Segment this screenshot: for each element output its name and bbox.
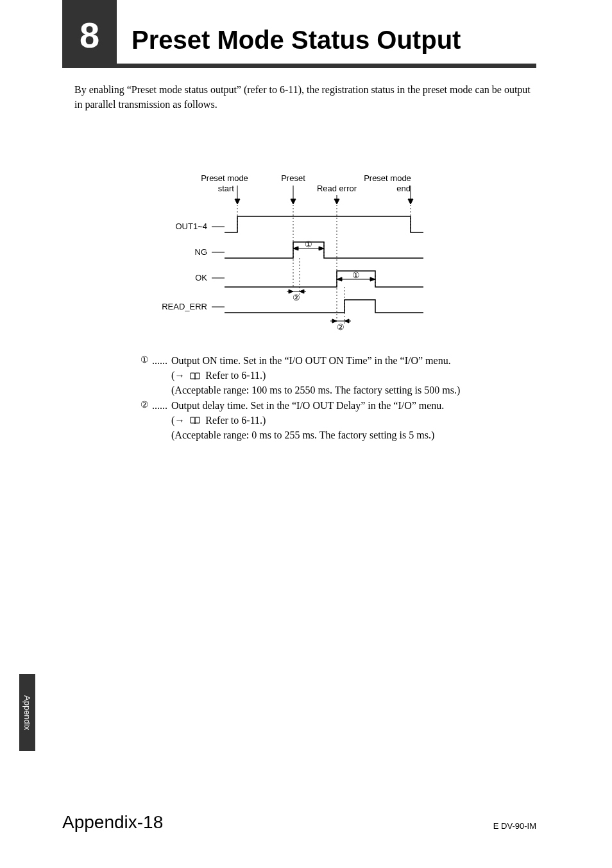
signal-read-err: READ_ERR <box>162 302 207 311</box>
svg-marker-1 <box>235 199 240 204</box>
note2-arrow: → <box>174 415 185 426</box>
note2-range: (Acceptable range: 0 ms to 255 ms. The f… <box>140 428 500 442</box>
marker-one-ng: ① <box>305 239 312 249</box>
note2-line1: Output delay time. Set in the “I/O OUT D… <box>171 398 500 413</box>
note1-refer-text: Refer to 6-11.) <box>205 370 266 381</box>
signal-out14: OUT1~4 <box>176 221 208 231</box>
note-marker-2: ② <box>140 398 152 413</box>
label-preset-mode-end-1: Preset mode <box>364 173 411 183</box>
marker-two-readerr: ② <box>337 322 344 332</box>
marker-one-ok: ① <box>352 270 360 280</box>
footer-page-label: Appendix-18 <box>62 812 163 833</box>
svg-marker-31 <box>344 319 349 323</box>
page-title: Preset Mode Status Output <box>132 26 461 55</box>
note2-refer-text: Refer to 6-11.) <box>205 415 266 426</box>
title-underline <box>62 64 536 68</box>
intro-paragraph: By enabling “Preset mode status output” … <box>74 82 536 112</box>
notes-block: ① ...... Output ON time. Set in the “I/O… <box>140 353 500 442</box>
note-dots-1: ...... <box>152 353 171 368</box>
svg-marker-22 <box>319 247 324 250</box>
label-preset-mode-start-1: Preset mode <box>201 173 248 183</box>
side-tab-appendix: Appendix <box>19 674 35 751</box>
document-page: 8 Preset Mode Status Output By enabling … <box>0 0 612 868</box>
marker-two-ng: ② <box>293 293 300 302</box>
svg-marker-7 <box>408 199 413 204</box>
svg-marker-24 <box>337 277 342 281</box>
label-read-error: Read error <box>317 184 357 193</box>
svg-marker-5 <box>334 199 339 204</box>
timing-diagram: Preset mode start Preset Read error Pres… <box>151 165 459 334</box>
note1-range: (Acceptable range: 100 ms to 2550 ms. Th… <box>140 383 500 397</box>
svg-marker-21 <box>293 247 298 250</box>
signal-ok: OK <box>195 273 207 282</box>
book-icon <box>190 417 200 424</box>
label-preset-mode-end-2: end <box>396 184 411 193</box>
note1-line1: Output ON time. Set in the “I/O OUT ON T… <box>171 353 500 368</box>
book-icon <box>190 372 200 380</box>
signal-ng: NG <box>195 247 208 257</box>
svg-marker-28 <box>300 290 304 293</box>
label-preset-mode-start-2: start <box>218 184 235 193</box>
svg-marker-25 <box>370 277 375 281</box>
note-marker-1: ① <box>140 353 152 368</box>
section-number-badge: 8 <box>62 0 117 64</box>
note-dots-2: ...... <box>152 398 171 413</box>
note1-arrow: → <box>174 370 185 381</box>
svg-marker-30 <box>332 319 337 323</box>
svg-marker-3 <box>291 199 296 204</box>
label-preset: Preset <box>281 173 305 183</box>
footer-doc-code: E DV-90-IM <box>493 821 536 831</box>
